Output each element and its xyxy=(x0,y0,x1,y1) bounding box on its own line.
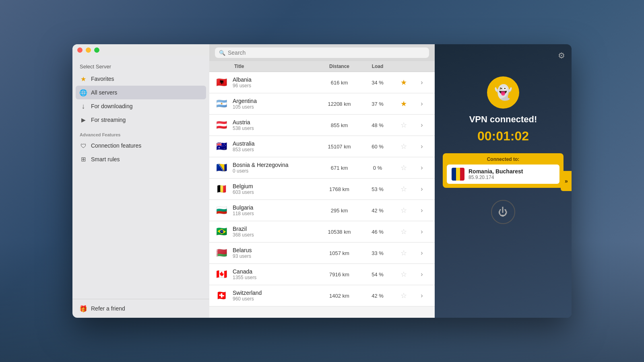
sidebar-label-downloading: For downloading xyxy=(91,103,133,109)
sidebar-label-favorites: Favorites xyxy=(91,76,114,82)
server-detail-arrow[interactable]: › xyxy=(414,143,430,150)
connected-ip: 85.9.20.174 xyxy=(469,175,555,180)
sidebar-item-connection-features[interactable]: 🛡 Connection features xyxy=(72,139,209,152)
server-detail-arrow[interactable]: › xyxy=(414,121,430,129)
favorite-button[interactable]: ☆ xyxy=(394,249,414,257)
favorite-button[interactable]: ☆ xyxy=(394,185,414,193)
server-detail-arrow[interactable]: › xyxy=(414,207,430,214)
minimize-button[interactable] xyxy=(86,47,91,53)
sidebar-label-streaming: For streaming xyxy=(91,117,126,123)
server-detail-arrow[interactable]: › xyxy=(414,164,430,171)
vpn-status: VPN connected! xyxy=(469,114,537,125)
connected-location-info: Romania, Bucharest 85.9.20.174 xyxy=(469,168,555,180)
server-load: 46 % xyxy=(361,229,394,235)
refer-friend-label: Refer a friend xyxy=(91,305,125,312)
globe-icon: 🌐 xyxy=(80,89,87,96)
server-info: Switzerland 960 users xyxy=(233,290,317,302)
close-button[interactable] xyxy=(77,47,83,53)
app-window: Select Server ★ Favorites 🌐 All servers … xyxy=(72,44,572,318)
server-distance: 1402 km xyxy=(317,293,361,299)
sidebar-item-for-streaming[interactable]: ▶ For streaming xyxy=(72,113,209,127)
settings-gear-icon[interactable]: ⚙ xyxy=(558,51,565,60)
server-detail-arrow[interactable]: › xyxy=(414,79,430,86)
table-row[interactable]: 🇧🇦 Bosnia & Herzegovina 0 users 671 km 0… xyxy=(209,157,435,179)
favorite-button[interactable]: ☆ xyxy=(394,142,414,151)
collapse-button[interactable]: » xyxy=(561,171,572,191)
server-distance: 1768 km xyxy=(317,186,361,192)
connection-timer: 00:01:02 xyxy=(477,129,529,144)
server-load: 37 % xyxy=(361,101,394,107)
server-country: Albania xyxy=(233,76,317,83)
server-info: Belarus 93 users xyxy=(233,247,317,259)
table-row[interactable]: 🇨🇦 Canada 1355 users 7916 km 54 % ☆ › xyxy=(209,264,435,285)
table-row[interactable]: 🇨🇭 Switzerland 960 users 1402 km 42 % ☆ … xyxy=(209,285,435,306)
server-detail-arrow[interactable]: › xyxy=(414,228,430,235)
table-row[interactable]: 🇦🇹 Austria 538 users 855 km 48 % ☆ › xyxy=(209,115,435,136)
country-flag: 🇦🇹 xyxy=(214,118,229,132)
sidebar-item-all-servers[interactable]: 🌐 All servers xyxy=(76,86,206,99)
server-distance: 10538 km xyxy=(317,229,361,235)
power-icon: ⏻ xyxy=(498,206,508,218)
connected-country: Romania, Bucharest xyxy=(469,168,555,175)
server-load: 33 % xyxy=(361,250,394,256)
table-row[interactable]: 🇧🇷 Brazil 368 users 10538 km 46 % ☆ › xyxy=(209,221,435,243)
server-users: 853 users xyxy=(233,147,317,152)
favorite-button[interactable]: ☆ xyxy=(394,270,414,279)
favorite-button[interactable]: ☆ xyxy=(394,163,414,172)
maximize-button[interactable] xyxy=(94,47,99,53)
connected-label: Connected to: xyxy=(447,156,559,162)
server-detail-arrow[interactable]: › xyxy=(414,185,430,193)
col-title: Title xyxy=(214,64,317,69)
server-info: Bosnia & Herzegovina 0 users xyxy=(233,162,317,174)
server-detail-arrow[interactable]: › xyxy=(414,100,430,107)
sidebar-item-for-downloading[interactable]: ↓ For downloading xyxy=(72,99,209,113)
main-content: 🔍 Title Distance Load 🇦🇱 Albania 96 user… xyxy=(209,44,435,318)
favorite-button[interactable]: ☆ xyxy=(394,121,414,130)
server-info: Bulgaria 118 users xyxy=(233,204,317,216)
server-users: 960 users xyxy=(233,296,317,302)
table-row[interactable]: 🇧🇾 Belarus 93 users 1057 km 33 % ☆ › xyxy=(209,243,435,264)
title-bar xyxy=(72,44,209,56)
server-distance: 12208 km xyxy=(317,101,361,107)
server-detail-arrow[interactable]: › xyxy=(414,292,430,299)
server-load: 60 % xyxy=(361,144,394,150)
country-flag: 🇨🇦 xyxy=(214,267,229,282)
country-flag: 🇧🇦 xyxy=(214,160,229,175)
server-users: 93 users xyxy=(233,253,317,259)
sidebar-item-smart-rules[interactable]: ⊞ Smart rules xyxy=(72,152,209,166)
server-detail-arrow[interactable]: › xyxy=(414,271,430,278)
gift-icon: 🎁 xyxy=(80,305,87,312)
country-flag: 🇧🇾 xyxy=(214,246,229,260)
power-button[interactable]: ⏻ xyxy=(491,200,515,224)
server-country: Brazil xyxy=(233,226,317,232)
server-users: 105 users xyxy=(233,104,317,110)
server-users: 118 users xyxy=(233,211,317,216)
country-flag: 🇦🇷 xyxy=(214,97,229,111)
table-row[interactable]: 🇦🇷 Argentina 105 users 12208 km 37 % ★ › xyxy=(209,93,435,115)
download-icon: ↓ xyxy=(80,103,87,110)
search-bar-row: 🔍 xyxy=(209,44,435,61)
server-load: 34 % xyxy=(361,80,394,86)
favorite-button[interactable]: ☆ xyxy=(394,206,414,215)
favorite-button[interactable]: ★ xyxy=(394,78,414,87)
table-row[interactable]: 🇧🇬 Bulgaria 118 users 295 km 42 % ☆ › xyxy=(209,200,435,221)
table-row[interactable]: 🇧🇪 Belgium 603 users 1768 km 53 % ☆ › xyxy=(209,179,435,200)
server-distance: 616 km xyxy=(317,80,361,86)
streaming-icon: ▶ xyxy=(80,116,87,123)
server-load: 0 % xyxy=(361,165,394,171)
server-country: Belarus xyxy=(233,247,317,253)
server-detail-arrow[interactable]: › xyxy=(414,249,430,257)
table-row[interactable]: 🇦🇱 Albania 96 users 616 km 34 % ★ › xyxy=(209,72,435,93)
favorite-button[interactable]: ☆ xyxy=(394,227,414,236)
refer-friend-button[interactable]: 🎁 Refer a friend xyxy=(72,299,209,318)
favorite-button[interactable]: ★ xyxy=(394,99,414,108)
sidebar-label-smart-rules: Smart rules xyxy=(91,156,120,162)
favorite-button[interactable]: ☆ xyxy=(394,291,414,300)
search-input[interactable] xyxy=(228,49,425,56)
server-load: 42 % xyxy=(361,208,394,214)
sidebar-item-favorites[interactable]: ★ Favorites xyxy=(72,72,209,86)
table-row[interactable]: 🇦🇺 Australia 853 users 15107 km 60 % ☆ › xyxy=(209,136,435,157)
server-country: Switzerland xyxy=(233,290,317,296)
search-input-wrap[interactable]: 🔍 xyxy=(215,47,429,58)
server-users: 1355 users xyxy=(233,275,317,280)
